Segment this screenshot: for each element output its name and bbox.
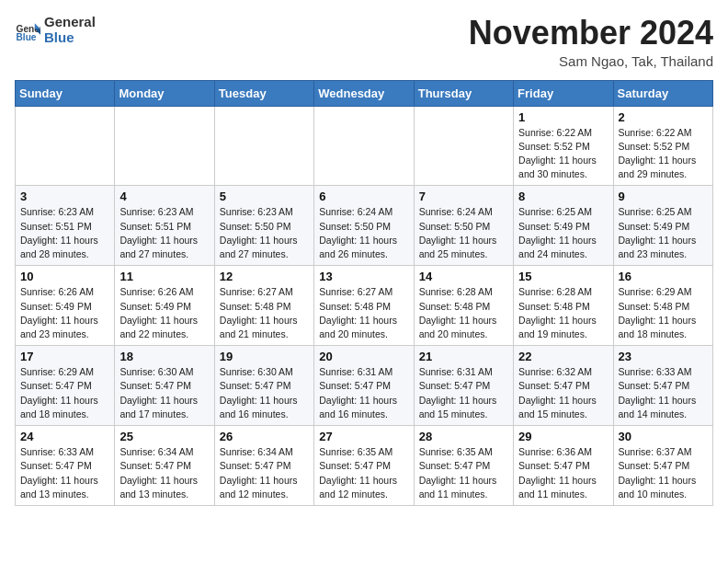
weekday-thursday: Thursday [414, 80, 513, 106]
day-number: 19 [220, 350, 309, 363]
cell-info: Sunrise: 6:26 AMSunset: 5:49 PMDaylight:… [20, 285, 109, 341]
calendar-cell [314, 106, 414, 186]
cell-info: Sunrise: 6:31 AMSunset: 5:47 PMDaylight:… [419, 365, 508, 421]
location: Sam Ngao, Tak, Thailand [469, 53, 713, 69]
calendar-cell: 14Sunrise: 6:28 AMSunset: 5:48 PMDayligh… [414, 266, 513, 346]
calendar-cell: 6Sunrise: 6:24 AMSunset: 5:50 PMDaylight… [314, 186, 414, 266]
cell-info: Sunrise: 6:29 AMSunset: 5:48 PMDaylight:… [619, 285, 708, 341]
svg-text:Blue: Blue [17, 31, 37, 41]
cell-info: Sunrise: 6:35 AMSunset: 5:47 PMDaylight:… [319, 445, 408, 501]
cell-info: Sunrise: 6:23 AMSunset: 5:50 PMDaylight:… [220, 205, 309, 261]
cell-info: Sunrise: 6:29 AMSunset: 5:47 PMDaylight:… [20, 365, 109, 421]
cell-info: Sunrise: 6:32 AMSunset: 5:47 PMDaylight:… [518, 365, 608, 421]
calendar-cell: 15Sunrise: 6:28 AMSunset: 5:48 PMDayligh… [514, 266, 613, 346]
calendar-cell [16, 106, 115, 186]
weekday-sunday: Sunday [16, 80, 115, 106]
calendar-cell: 5Sunrise: 6:23 AMSunset: 5:50 PMDaylight… [214, 186, 313, 266]
day-number: 23 [619, 350, 708, 363]
cell-info: Sunrise: 6:22 AMSunset: 5:52 PMDaylight:… [619, 126, 708, 182]
page-header: General Blue General Blue November 2024 … [15, 15, 713, 69]
weekday-saturday: Saturday [613, 80, 712, 106]
cell-info: Sunrise: 6:37 AMSunset: 5:47 PMDaylight:… [619, 445, 708, 501]
cell-info: Sunrise: 6:33 AMSunset: 5:47 PMDaylight:… [20, 445, 109, 501]
weekday-wednesday: Wednesday [314, 80, 414, 106]
calendar-cell [414, 106, 513, 186]
day-number: 24 [20, 430, 109, 443]
cell-info: Sunrise: 6:27 AMSunset: 5:48 PMDaylight:… [220, 285, 309, 341]
month-title: November 2024 [469, 15, 713, 52]
calendar-cell: 2Sunrise: 6:22 AMSunset: 5:52 PMDaylight… [613, 106, 712, 186]
cell-info: Sunrise: 6:24 AMSunset: 5:50 PMDaylight:… [419, 205, 508, 261]
calendar-cell: 22Sunrise: 6:32 AMSunset: 5:47 PMDayligh… [514, 346, 613, 426]
calendar-cell: 18Sunrise: 6:30 AMSunset: 5:47 PMDayligh… [115, 346, 214, 426]
cell-info: Sunrise: 6:24 AMSunset: 5:50 PMDaylight:… [319, 205, 408, 261]
calendar-cell: 3Sunrise: 6:23 AMSunset: 5:51 PMDaylight… [16, 186, 115, 266]
cell-info: Sunrise: 6:28 AMSunset: 5:48 PMDaylight:… [518, 285, 608, 341]
calendar-cell: 27Sunrise: 6:35 AMSunset: 5:47 PMDayligh… [314, 426, 414, 506]
week-row-1: 1Sunrise: 6:22 AMSunset: 5:52 PMDaylight… [16, 106, 713, 186]
day-number: 1 [518, 110, 608, 124]
cell-info: Sunrise: 6:30 AMSunset: 5:47 PMDaylight:… [220, 365, 309, 421]
day-number: 9 [619, 190, 708, 203]
cell-info: Sunrise: 6:34 AMSunset: 5:47 PMDaylight:… [119, 445, 209, 501]
cell-info: Sunrise: 6:23 AMSunset: 5:51 PMDaylight:… [20, 205, 109, 261]
weekday-tuesday: Tuesday [214, 80, 313, 106]
calendar-cell: 4Sunrise: 6:23 AMSunset: 5:51 PMDaylight… [115, 186, 214, 266]
day-number: 5 [220, 190, 309, 203]
calendar-cell: 8Sunrise: 6:25 AMSunset: 5:49 PMDaylight… [514, 186, 613, 266]
logo: General Blue General Blue [15, 15, 96, 45]
calendar-cell: 21Sunrise: 6:31 AMSunset: 5:47 PMDayligh… [414, 346, 513, 426]
cell-info: Sunrise: 6:25 AMSunset: 5:49 PMDaylight:… [619, 205, 708, 261]
calendar-cell: 1Sunrise: 6:22 AMSunset: 5:52 PMDaylight… [514, 106, 613, 186]
day-number: 26 [220, 430, 309, 443]
calendar-cell: 23Sunrise: 6:33 AMSunset: 5:47 PMDayligh… [613, 346, 712, 426]
calendar-cell: 29Sunrise: 6:36 AMSunset: 5:47 PMDayligh… [514, 426, 613, 506]
week-row-2: 3Sunrise: 6:23 AMSunset: 5:51 PMDaylight… [16, 186, 713, 266]
day-number: 17 [20, 350, 109, 363]
day-number: 25 [119, 430, 209, 443]
cell-info: Sunrise: 6:30 AMSunset: 5:47 PMDaylight:… [119, 365, 209, 421]
calendar-cell: 9Sunrise: 6:25 AMSunset: 5:49 PMDaylight… [613, 186, 712, 266]
day-number: 10 [20, 270, 109, 283]
day-number: 2 [619, 110, 708, 124]
cell-info: Sunrise: 6:35 AMSunset: 5:47 PMDaylight:… [419, 445, 508, 501]
calendar-cell: 24Sunrise: 6:33 AMSunset: 5:47 PMDayligh… [16, 426, 115, 506]
cell-info: Sunrise: 6:31 AMSunset: 5:47 PMDaylight:… [319, 365, 408, 421]
cell-info: Sunrise: 6:26 AMSunset: 5:49 PMDaylight:… [119, 285, 209, 341]
cell-info: Sunrise: 6:28 AMSunset: 5:48 PMDaylight:… [419, 285, 508, 341]
day-number: 4 [119, 190, 209, 203]
weekday-friday: Friday [514, 80, 613, 106]
calendar-cell: 28Sunrise: 6:35 AMSunset: 5:47 PMDayligh… [414, 426, 513, 506]
cell-info: Sunrise: 6:25 AMSunset: 5:49 PMDaylight:… [518, 205, 608, 261]
calendar-cell: 13Sunrise: 6:27 AMSunset: 5:48 PMDayligh… [314, 266, 414, 346]
day-number: 13 [319, 270, 408, 283]
day-number: 12 [220, 270, 309, 283]
calendar-cell [115, 106, 214, 186]
day-number: 22 [518, 350, 608, 363]
calendar-cell: 12Sunrise: 6:27 AMSunset: 5:48 PMDayligh… [214, 266, 313, 346]
day-number: 14 [419, 270, 508, 283]
day-number: 7 [419, 190, 508, 203]
day-number: 30 [619, 430, 708, 443]
week-row-3: 10Sunrise: 6:26 AMSunset: 5:49 PMDayligh… [16, 266, 713, 346]
week-row-5: 24Sunrise: 6:33 AMSunset: 5:47 PMDayligh… [16, 426, 713, 506]
cell-info: Sunrise: 6:36 AMSunset: 5:47 PMDaylight:… [518, 445, 608, 501]
calendar-cell: 20Sunrise: 6:31 AMSunset: 5:47 PMDayligh… [314, 346, 414, 426]
calendar-cell: 11Sunrise: 6:26 AMSunset: 5:49 PMDayligh… [115, 266, 214, 346]
calendar-cell: 19Sunrise: 6:30 AMSunset: 5:47 PMDayligh… [214, 346, 313, 426]
day-number: 28 [419, 430, 508, 443]
calendar-cell: 26Sunrise: 6:34 AMSunset: 5:47 PMDayligh… [214, 426, 313, 506]
calendar-cell: 30Sunrise: 6:37 AMSunset: 5:47 PMDayligh… [613, 426, 712, 506]
title-block: November 2024 Sam Ngao, Tak, Thailand [469, 15, 713, 69]
day-number: 11 [119, 270, 209, 283]
cell-info: Sunrise: 6:34 AMSunset: 5:47 PMDaylight:… [220, 445, 309, 501]
cell-info: Sunrise: 6:22 AMSunset: 5:52 PMDaylight:… [518, 126, 608, 182]
weekday-monday: Monday [115, 80, 214, 106]
logo-icon: General Blue [15, 17, 40, 43]
cell-info: Sunrise: 6:33 AMSunset: 5:47 PMDaylight:… [619, 365, 708, 421]
calendar-table: SundayMondayTuesdayWednesdayThursdayFrid… [15, 80, 713, 506]
calendar-cell [214, 106, 313, 186]
cell-info: Sunrise: 6:23 AMSunset: 5:51 PMDaylight:… [119, 205, 209, 261]
week-row-4: 17Sunrise: 6:29 AMSunset: 5:47 PMDayligh… [16, 346, 713, 426]
logo-text: General Blue [44, 15, 96, 45]
